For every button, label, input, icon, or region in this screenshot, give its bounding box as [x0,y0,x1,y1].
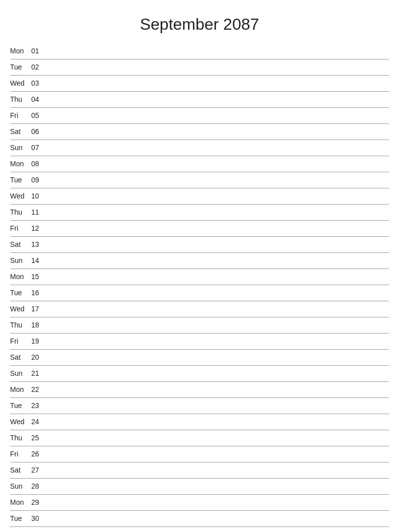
day-line [48,107,389,123]
table-row: Tue16 [10,285,389,301]
table-row: Tue09 [10,172,389,188]
day-number: 09 [31,172,48,188]
day-line [48,365,389,381]
day-number: 25 [31,430,48,446]
day-number: 27 [31,462,48,478]
table-row: Thu25 [10,430,389,446]
page-title: September 2087 [10,10,389,34]
day-name: Wed [10,188,31,204]
day-number: 10 [31,188,48,204]
day-number: 18 [31,317,48,333]
day-line [48,430,389,446]
table-row: Thu04 [10,91,389,107]
table-row: Wed03 [10,75,389,91]
table-row: Sat06 [10,123,389,140]
day-name: Mon [10,381,31,397]
day-number: 07 [31,140,48,156]
day-name: Mon [10,269,31,285]
day-name: Tue [10,510,31,526]
day-number: 12 [31,220,48,236]
page: September 2087 Mon01Tue02Wed03Thu04Fri05… [0,0,399,532]
day-name: Thu [10,91,31,107]
table-row: Sun21 [10,365,389,381]
day-name: Sun [10,478,31,494]
day-number: 05 [31,107,48,123]
table-row: Fri19 [10,333,389,349]
day-number: 20 [31,349,48,365]
day-name: Wed [10,301,31,317]
day-number: 04 [31,91,48,107]
table-row: Sun07 [10,140,389,156]
table-row: Wed24 [10,414,389,430]
day-number: 28 [31,478,48,494]
day-line [48,381,389,397]
day-line [48,333,389,349]
day-line [48,478,389,494]
day-number: 06 [31,123,48,140]
day-name: Sun [10,365,31,381]
day-number: 17 [31,301,48,317]
day-number: 24 [31,414,48,430]
day-number: 01 [31,43,48,59]
day-line [48,317,389,333]
day-number: 15 [31,269,48,285]
day-name: Sun [10,140,31,156]
table-row: Fri12 [10,220,389,236]
day-name: Wed [10,414,31,430]
day-number: 23 [31,397,48,414]
day-number: 22 [31,381,48,397]
table-row: Mon08 [10,156,389,172]
day-line [48,397,389,414]
table-row: Mon15 [10,269,389,285]
day-line [48,494,389,510]
day-number: 26 [31,446,48,462]
day-name: Tue [10,285,31,301]
table-row: Sun14 [10,252,389,269]
table-row: Sun28 [10,478,389,494]
day-name: Mon [10,43,31,59]
table-row: Thu11 [10,204,389,220]
day-line [48,172,389,188]
day-name: Fri [10,220,31,236]
table-row: Tue23 [10,397,389,414]
table-row: Tue02 [10,59,389,75]
day-name: Sat [10,123,31,140]
day-name: Sat [10,349,31,365]
day-number: 19 [31,333,48,349]
day-line [48,123,389,140]
day-line [48,75,389,91]
day-name: Tue [10,397,31,414]
day-name: Sat [10,462,31,478]
day-name: Sun [10,252,31,269]
table-row: Wed17 [10,301,389,317]
day-number: 08 [31,156,48,172]
day-line [48,269,389,285]
table-row: Sat27 [10,462,389,478]
day-name: Sat [10,236,31,252]
day-line [48,91,389,107]
day-name: Fri [10,107,31,123]
day-name: Mon [10,494,31,510]
day-number: 16 [31,285,48,301]
day-line [48,414,389,430]
day-number: 13 [31,236,48,252]
table-row: Sat13 [10,236,389,252]
day-line [48,349,389,365]
table-row: Mon22 [10,381,389,397]
day-line [48,446,389,462]
day-number: 30 [31,510,48,526]
day-name: Wed [10,75,31,91]
day-line [48,462,389,478]
day-line [48,140,389,156]
day-number: 11 [31,204,48,220]
day-line [48,510,389,526]
day-line [48,204,389,220]
day-name: Tue [10,59,31,75]
day-line [48,301,389,317]
table-row: Mon29 [10,494,389,510]
table-row: Fri26 [10,446,389,462]
day-name: Fri [10,333,31,349]
day-line [48,43,389,59]
day-number: 21 [31,365,48,381]
table-row: Wed10 [10,188,389,204]
